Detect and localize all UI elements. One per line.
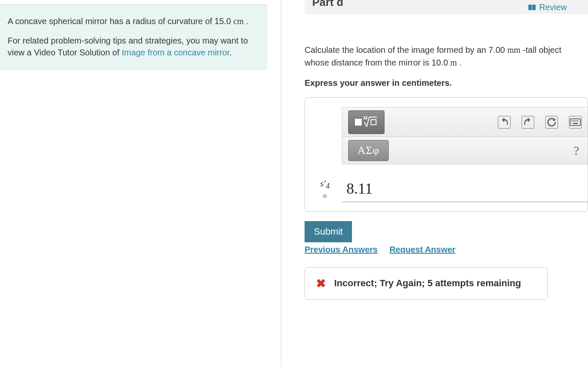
keyboard-icon xyxy=(570,118,581,126)
square-icon xyxy=(355,119,362,126)
undo-button[interactable] xyxy=(498,116,511,129)
problem-text: . xyxy=(244,16,248,26)
incorrect-icon: ✖ xyxy=(316,278,326,290)
svg-rect-2 xyxy=(570,119,580,126)
submit-button[interactable]: Submit xyxy=(305,221,352,242)
tool-icons xyxy=(498,116,582,129)
problem-statement-panel: A concave spherical mirror has a radius … xyxy=(0,0,281,367)
help-button[interactable]: ? xyxy=(574,143,582,158)
toolbar-row-1 xyxy=(342,107,588,137)
q-text: Calculate the location of the image form… xyxy=(305,45,507,55)
answer-box: ΑΣφ ? s′4 = xyxy=(305,97,588,212)
question-text: Calculate the location of the image form… xyxy=(305,44,588,69)
unit-mm: mm xyxy=(507,45,520,55)
reset-button[interactable] xyxy=(545,116,558,129)
svg-rect-3 xyxy=(572,120,573,121)
greek-symbols-button[interactable]: ΑΣφ xyxy=(348,140,389,161)
svg-rect-4 xyxy=(574,120,575,121)
sqrt-icon xyxy=(363,116,378,128)
keyboard-button[interactable] xyxy=(569,116,582,129)
book-icon xyxy=(528,5,536,10)
video-tutor-link[interactable]: Image from a concave mirror xyxy=(122,48,230,57)
request-answer-link[interactable]: Request Answer xyxy=(390,245,456,255)
toolbar-row-2: ΑΣφ ? xyxy=(342,137,588,164)
review-label: Review xyxy=(539,3,567,12)
problem-paragraph-1: A concave spherical mirror has a radius … xyxy=(8,15,256,27)
q-text: . xyxy=(457,58,462,67)
svg-rect-7 xyxy=(573,123,578,124)
var-subscript: 4 xyxy=(326,182,330,191)
undo-icon xyxy=(499,117,510,128)
feedback-box: ✖ Incorrect; Try Again; 5 attempts remai… xyxy=(305,267,548,300)
svg-rect-0 xyxy=(371,120,376,125)
math-templates-button[interactable] xyxy=(348,110,385,134)
reset-icon xyxy=(546,117,557,128)
previous-answers-link[interactable]: Previous Answers xyxy=(305,245,378,255)
unit-m: m xyxy=(451,58,457,67)
answer-input[interactable] xyxy=(342,177,588,202)
redo-button[interactable] xyxy=(522,116,534,129)
answer-instruction: Express your answer in centimeters. xyxy=(305,78,588,88)
problem-paragraph-2: For related problem-solving tips and str… xyxy=(8,35,256,58)
svg-rect-1 xyxy=(364,116,367,119)
review-link[interactable]: Review xyxy=(528,3,567,12)
svg-rect-6 xyxy=(577,120,578,121)
submit-row: Submit xyxy=(305,221,588,242)
var-symbol: s′ xyxy=(320,178,326,189)
feedback-text: Incorrect; Try Again; 5 attempts remaini… xyxy=(334,277,521,290)
answer-row: s′4 = xyxy=(314,177,588,202)
variable-label: s′4 = xyxy=(314,178,335,201)
problem-text: A concave spherical mirror has a radius … xyxy=(8,16,234,26)
problem-text: . xyxy=(229,48,232,57)
redo-icon xyxy=(522,117,533,128)
unit-cm: cm xyxy=(234,16,244,26)
question-area: Calculate the location of the image form… xyxy=(305,15,588,300)
answer-panel: Review Part d Calculate the location of … xyxy=(281,0,588,367)
problem-box: A concave spherical mirror has a radius … xyxy=(0,4,267,70)
equals-sign: = xyxy=(314,192,335,201)
svg-rect-5 xyxy=(575,120,577,121)
